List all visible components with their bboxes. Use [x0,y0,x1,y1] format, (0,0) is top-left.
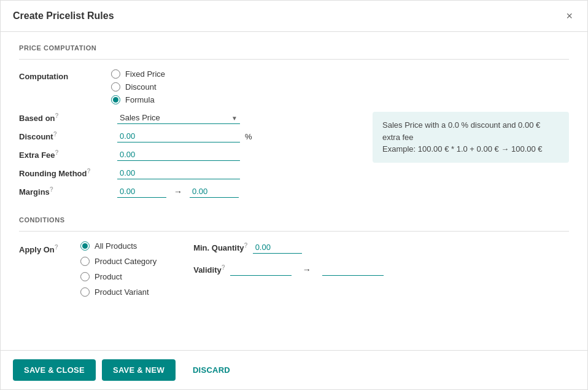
extra-fee-input[interactable] [117,149,240,161]
validity-arrow-icon: → [303,265,311,275]
radio-fixed-price-input[interactable] [111,69,120,79]
section-divider-1 [19,59,569,60]
computation-label: Computation [19,69,111,81]
margins-from-input[interactable] [117,185,166,198]
rounding-help: ? [87,168,90,174]
create-pricelist-dialog: Create Pricelist Rules × PRICE COMPUTATI… [0,0,588,390]
price-computation-section: PRICE COMPUTATION Computation Fixed Pric… [19,44,569,204]
based-on-select-wrapper: Sales Price Other Pricelist Cost ▼ [117,112,240,124]
radio-discount[interactable]: Discount [111,82,569,92]
section-divider-2 [19,231,569,232]
radio-fixed-price[interactable]: Fixed Price [111,69,569,79]
radio-product-variant[interactable]: Product Variant [80,287,157,297]
radio-discount-label: Discount [125,82,157,92]
computation-group: Computation Fixed Price Discount Formula [19,69,569,104]
discount-field-row: Discount? % [19,130,360,142]
apply-on-radio-group: All Products Product Category Product [80,241,157,297]
conditions-title: CONDITIONS [19,216,569,224]
extra-fee-help: ? [55,149,59,156]
rounding-method-input[interactable] [117,167,240,179]
min-qty-row: Min. Quantity? [193,241,384,254]
radio-formula-label: Formula [125,95,155,104]
radio-discount-input[interactable] [111,82,120,92]
based-on-row: Based on? Sales Price Other Pricelist Co… [19,112,569,204]
extra-fee-field-row: Extra Fee? [19,149,360,161]
min-qty-help: ? [244,242,248,249]
validity-label: Validity? [193,264,225,275]
radio-fixed-price-label: Fixed Price [125,69,165,79]
price-computation-title: PRICE COMPUTATION [19,44,569,52]
radio-all-products-input[interactable] [80,241,90,251]
rounding-method-field-row: Rounding Method? [19,167,360,179]
margins-to-input[interactable] [190,185,239,198]
based-on-label: Based on? [19,112,117,123]
radio-formula[interactable]: Formula [111,95,569,104]
margins-help: ? [50,186,53,193]
info-box-line1: Sales Price with a 0.0 % discount and 0.… [382,119,559,143]
radio-product-variant-input[interactable] [80,287,90,297]
validity-row: Validity? → [193,263,384,276]
conditions-section: CONDITIONS Apply On? All Products [19,216,569,297]
margins-label: Margins? [19,186,117,197]
margins-arrow-icon: → [174,187,182,197]
validity-to-input[interactable] [322,263,384,276]
radio-product-variant-label: Product Variant [95,287,149,297]
computation-radio-group: Fixed Price Discount Formula [111,69,569,104]
discard-button[interactable]: DISCARD [182,359,241,381]
rounding-method-label: Rounding Method? [19,168,117,178]
radio-product-label: Product [95,272,122,281]
based-on-help: ? [55,112,59,119]
radio-all-products-label: All Products [95,241,137,251]
margins-field-row: Margins? → [19,185,360,198]
radio-all-products[interactable]: All Products [80,241,157,251]
dialog-body: PRICE COMPUTATION Computation Fixed Pric… [1,32,587,350]
dialog-header: Create Pricelist Rules × [1,1,587,32]
radio-product-input[interactable] [80,272,90,281]
radio-product-category[interactable]: Product Category [80,257,157,266]
discount-input[interactable] [117,130,240,142]
save-new-button[interactable]: SAVE & NEW [102,359,176,381]
discount-help: ? [53,131,57,138]
discount-percent-suffix: % [245,132,252,141]
min-qty-section: Min. Quantity? Validity? → [193,241,384,297]
discount-label: Discount? [19,131,117,141]
min-qty-input[interactable] [253,241,302,254]
radio-product-category-input[interactable] [80,257,90,266]
validity-help: ? [222,264,225,271]
based-on-select[interactable]: Sales Price Other Pricelist Cost [117,112,240,124]
save-close-button[interactable]: SAVE & CLOSE [13,359,96,381]
apply-on-label: Apply On? [19,241,80,254]
radio-product-category-label: Product Category [95,257,157,266]
min-qty-label: Min. Quantity? [193,242,247,252]
close-button[interactable]: × [563,8,575,24]
radio-formula-input[interactable] [111,95,120,104]
apply-on-left: Apply On? All Products Product Category [19,241,157,297]
dialog-footer: SAVE & CLOSE SAVE & NEW DISCARD [1,350,587,389]
apply-on-help: ? [55,244,58,251]
validity-from-input[interactable] [230,263,292,276]
formula-info-box: Sales Price with a 0.0 % discount and 0.… [373,112,569,163]
radio-product[interactable]: Product [80,272,157,281]
dialog-title: Create Pricelist Rules [13,10,114,21]
based-on-fields: Based on? Sales Price Other Pricelist Co… [19,112,360,204]
info-box-line2: Example: 100.00 € * 1.0 + 0.00 € → 100.0… [382,143,559,155]
apply-on-row: Apply On? All Products Product Category [19,241,569,297]
extra-fee-label: Extra Fee? [19,149,117,160]
based-on-field-row: Based on? Sales Price Other Pricelist Co… [19,112,360,124]
